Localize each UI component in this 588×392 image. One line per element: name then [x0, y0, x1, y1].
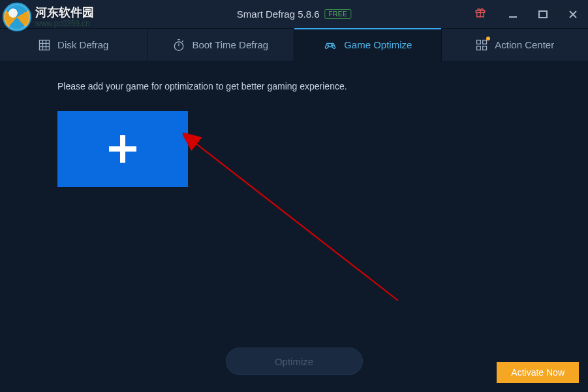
window-controls — [463, 0, 588, 28]
svg-rect-23 — [483, 46, 487, 50]
svg-rect-7 — [40, 40, 50, 50]
content-area: Please add your game for optimization to… — [0, 61, 588, 392]
watermark-logo-icon — [3, 3, 31, 31]
add-game-tile[interactable] — [57, 111, 188, 187]
app-title: Smart Defrag 5.8.6 — [237, 8, 320, 20]
maximize-button[interactable] — [528, 0, 558, 29]
tab-label: Boot Time Defrag — [192, 39, 268, 50]
tab-bar: Disk Defrag Boot Time Defrag Game Optimi… — [0, 29, 588, 61]
tab-action-center[interactable]: Action Center — [442, 29, 589, 61]
watermark-site-name: 河东软件园 — [35, 7, 94, 18]
apps-icon — [475, 39, 488, 52]
disk-icon — [38, 39, 51, 52]
plus-icon — [109, 135, 136, 163]
optimize-button[interactable]: Optimize — [226, 348, 363, 375]
optimize-bar: Optimize — [226, 348, 363, 375]
svg-rect-4 — [539, 11, 547, 18]
gamepad-icon — [323, 39, 337, 52]
watermark: 河东软件园 www.pc0359.cn — [3, 3, 94, 31]
tab-label: Game Optimize — [344, 39, 412, 50]
minimize-button[interactable] — [498, 0, 528, 29]
tab-disk-defrag[interactable]: Disk Defrag — [0, 29, 147, 61]
tab-game-optimize[interactable]: Game Optimize — [294, 29, 442, 61]
svg-rect-21 — [483, 40, 487, 44]
svg-point-12 — [175, 42, 183, 50]
instruction-text: Please add your game for optimization to… — [57, 81, 531, 91]
svg-point-19 — [333, 45, 333, 46]
svg-rect-20 — [477, 40, 481, 44]
close-button[interactable] — [558, 0, 588, 29]
watermark-url: www.pc0359.cn — [35, 20, 94, 27]
svg-rect-22 — [477, 46, 481, 50]
tab-label: Disk Defrag — [57, 39, 108, 50]
tab-label: Action Center — [495, 39, 554, 50]
tab-boot-time-defrag[interactable]: Boot Time Defrag — [147, 29, 295, 61]
app-title-group: Smart Defrag 5.8.6 FREE — [237, 8, 351, 20]
stopwatch-icon — [172, 39, 185, 52]
gift-icon[interactable] — [463, 7, 498, 22]
svg-line-15 — [182, 41, 183, 42]
free-badge: FREE — [325, 9, 352, 19]
activate-now-button[interactable]: Activate Now — [497, 362, 579, 383]
svg-rect-3 — [509, 16, 517, 18]
notification-dot-icon — [486, 37, 490, 41]
